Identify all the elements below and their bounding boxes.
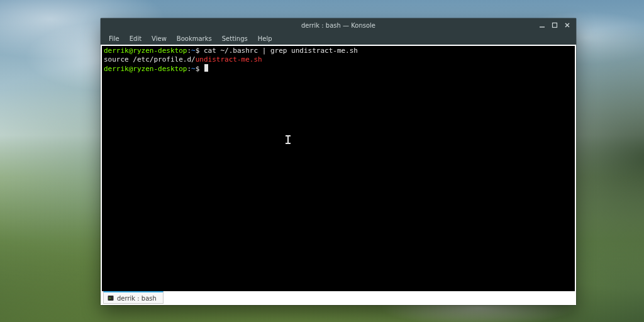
terminal-frame: derrik@ryzen-desktop:~$ cat ~/.bashrc | …: [101, 45, 576, 305]
konsole-window: derrik : bash — Konsole File Edit View: [101, 18, 576, 305]
tab-label: derrik : bash: [117, 295, 157, 302]
prompt-path: ~: [191, 47, 196, 55]
prompt-sigil: $: [196, 47, 200, 55]
close-icon: [564, 22, 570, 28]
close-button[interactable]: [564, 21, 571, 29]
menu-view[interactable]: View: [147, 34, 171, 43]
maximize-button[interactable]: [551, 21, 558, 29]
terminal-viewport[interactable]: derrik@ryzen-desktop:~$ cat ~/.bashrc | …: [102, 46, 575, 291]
terminal-icon: >: [108, 295, 114, 301]
tab-active[interactable]: > derrik : bash: [103, 291, 164, 304]
svg-rect-1: [553, 23, 557, 28]
prompt-user-host: derrik@ryzen-desktop: [104, 47, 187, 55]
menu-bar: File Edit View Bookmarks Settings Help: [101, 32, 576, 45]
menu-edit[interactable]: Edit: [125, 34, 146, 43]
text-cursor-icon: [286, 135, 291, 144]
tab-bar: > derrik : bash: [102, 291, 575, 305]
output-line-prefix: source /etc/profile.d/: [104, 55, 196, 64]
output-line-match: undistract-me.sh: [196, 55, 262, 64]
menu-help[interactable]: Help: [253, 34, 277, 43]
prompt-sigil: $: [196, 65, 200, 73]
command-text: cat ~/.bashrc | grep undistract-me.sh: [204, 47, 358, 55]
menu-settings[interactable]: Settings: [218, 34, 252, 43]
prompt-user-host: derrik@ryzen-desktop: [104, 65, 187, 73]
svg-text:>: >: [109, 296, 111, 300]
window-controls: [538, 21, 576, 29]
window-titlebar[interactable]: derrik : bash — Konsole: [101, 18, 576, 32]
maximize-icon: [552, 22, 558, 28]
terminal-cursor: [204, 64, 208, 72]
minimize-icon: [539, 22, 545, 28]
menu-bookmarks[interactable]: Bookmarks: [172, 34, 216, 43]
prompt-path: ~: [191, 65, 196, 73]
minimize-button[interactable]: [538, 21, 546, 29]
menu-file[interactable]: File: [104, 34, 124, 43]
window-title: derrik : bash — Konsole: [101, 22, 576, 29]
